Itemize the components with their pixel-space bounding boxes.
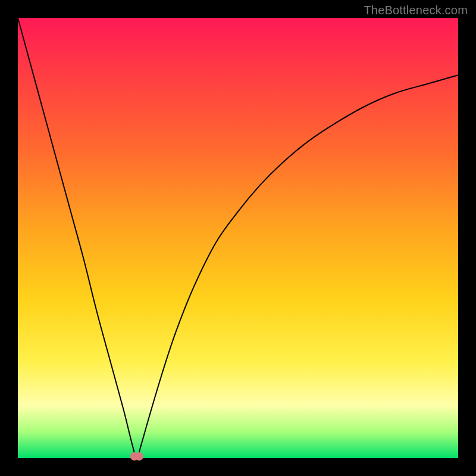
bottleneck-curve-path — [18, 18, 458, 458]
chart-svg — [18, 18, 458, 458]
chart-frame: TheBottleneck.com — [0, 0, 476, 476]
trough-marker-icon — [135, 452, 143, 461]
watermark-text: TheBottleneck.com — [364, 4, 468, 17]
